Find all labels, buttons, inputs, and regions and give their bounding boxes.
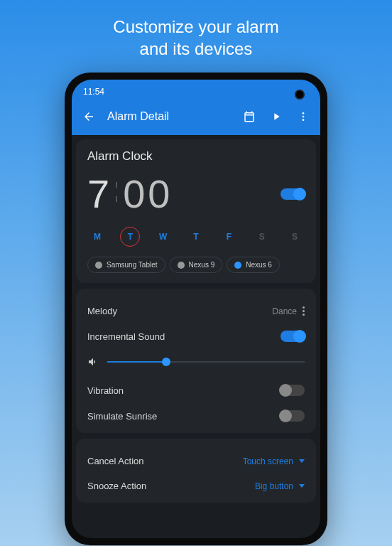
day-toggle[interactable]: F: [219, 227, 239, 247]
device-name: Nexus 6: [246, 261, 272, 269]
chevron-down-icon: [299, 459, 305, 463]
overflow-button[interactable]: [295, 108, 312, 125]
snooze-action-value-wrap: Big button: [255, 481, 305, 491]
marketing-line2: and its devices: [0, 38, 392, 60]
status-dot-icon: [178, 262, 185, 269]
alarm-title: Alarm Clock: [87, 149, 305, 164]
arrow-left-icon: [82, 110, 95, 123]
incremental-toggle[interactable]: [281, 331, 305, 342]
calendar-button[interactable]: [241, 108, 258, 125]
volume-icon: [87, 356, 99, 368]
play-button[interactable]: [268, 108, 285, 125]
device-chip[interactable]: Samsung Tablet: [87, 257, 165, 273]
volume-row: [87, 349, 305, 378]
snooze-action-value: Big button: [255, 481, 293, 491]
melody-row[interactable]: Melody Dance: [87, 299, 305, 323]
marketing-line1: Customize your alarm: [0, 16, 392, 38]
marketing-headline: Customize your alarm and its devices: [0, 0, 392, 73]
alarm-enable-toggle[interactable]: [281, 188, 305, 200]
svg-point-2: [303, 119, 305, 122]
device-chip[interactable]: Nexus 9: [170, 257, 223, 273]
more-vert-icon[interactable]: [303, 306, 305, 316]
incremental-row: Incremental Sound: [87, 323, 305, 349]
more-vert-icon: [298, 111, 309, 122]
day-toggle[interactable]: M: [87, 227, 107, 247]
melody-label: Melody: [87, 306, 117, 316]
vibration-toggle[interactable]: [281, 385, 305, 396]
melody-value-wrap: Dance: [272, 306, 305, 316]
day-toggle[interactable]: W: [153, 227, 173, 247]
day-toggle[interactable]: T: [120, 227, 140, 247]
play-icon: [271, 111, 282, 122]
slider-thumb[interactable]: [162, 358, 170, 366]
cancel-action-value-wrap: Touch screen: [243, 456, 305, 466]
vibration-row: Vibration: [87, 378, 305, 403]
app-bar-title: Alarm Detail: [107, 110, 231, 123]
actions-card: Cancel Action Touch screen Snooze Action…: [76, 439, 316, 503]
status-time: 11:54: [83, 87, 104, 97]
back-button[interactable]: [80, 108, 97, 125]
day-toggle[interactable]: S: [285, 227, 305, 247]
status-bar: 11:54: [72, 80, 320, 101]
calendar-icon: [243, 110, 256, 123]
device-chip[interactable]: Nexus 6: [227, 257, 280, 273]
chevron-down-icon: [299, 484, 305, 488]
svg-point-1: [303, 116, 305, 118]
phone-screen: 11:54 Alarm Detail Alarm Clock: [72, 80, 320, 538]
melody-value: Dance: [272, 306, 297, 316]
content-area: Alarm Clock 7 00 MTWTFSS Samsung TabletN…: [72, 135, 320, 513]
snooze-action-label: Snooze Action: [87, 481, 146, 491]
snooze-action-row[interactable]: Snooze Action Big button: [87, 473, 305, 493]
days-row: MTWTFSS: [87, 227, 305, 247]
day-toggle[interactable]: T: [186, 227, 206, 247]
cancel-action-row[interactable]: Cancel Action Touch screen: [87, 449, 305, 473]
vibration-label: Vibration: [87, 385, 124, 396]
sunrise-row: Simulate Sunrise: [87, 403, 305, 423]
device-name: Samsung Tablet: [107, 261, 158, 269]
sound-card: Melody Dance Incremental Sound: [76, 289, 316, 433]
status-dot-icon: [234, 262, 241, 269]
volume-slider[interactable]: [107, 361, 305, 363]
device-name: Nexus 9: [189, 261, 215, 269]
status-dot-icon: [95, 262, 102, 269]
time-hour: 7: [87, 171, 110, 217]
time-colon: [116, 182, 117, 202]
time-picker[interactable]: 7 00: [87, 171, 173, 217]
alarm-card: Alarm Clock 7 00 MTWTFSS Samsung TabletN…: [76, 139, 316, 283]
devices-row: Samsung TabletNexus 9Nexus 6: [87, 257, 305, 273]
time-row: 7 00: [87, 171, 305, 217]
sunrise-toggle[interactable]: [281, 410, 305, 422]
cancel-action-label: Cancel Action: [87, 456, 144, 466]
time-minute: 00: [123, 171, 173, 217]
cancel-action-value: Touch screen: [243, 456, 293, 466]
incremental-label: Incremental Sound: [87, 331, 165, 342]
sunrise-label: Simulate Sunrise: [87, 411, 157, 422]
svg-point-0: [303, 112, 305, 114]
day-toggle[interactable]: S: [252, 227, 272, 247]
app-bar: Alarm Detail: [72, 101, 320, 135]
phone-frame: 11:54 Alarm Detail Alarm Clock: [65, 73, 327, 545]
